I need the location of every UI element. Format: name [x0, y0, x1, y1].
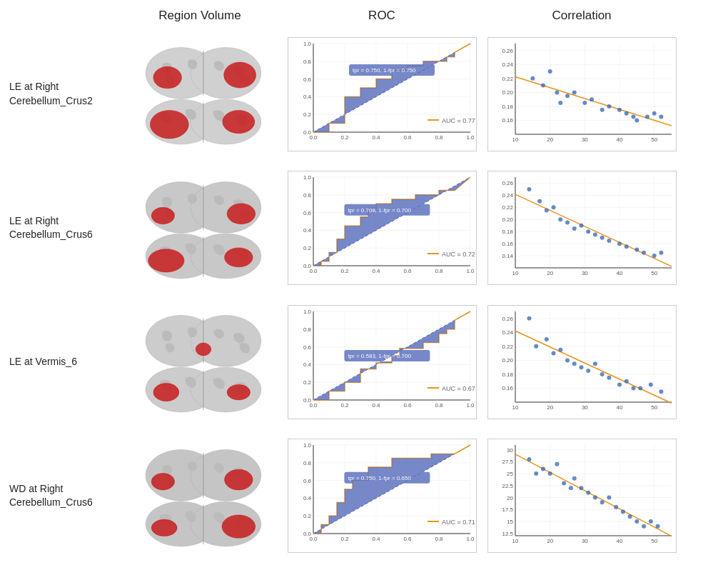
roc-canvas-3 — [288, 439, 477, 554]
svg-point-17 — [191, 316, 261, 367]
data-row-0: LE at RightCerebellum_Crus2 — [4, 27, 724, 161]
brain-cell-0 — [118, 29, 282, 160]
label-cell-0: LE at RightCerebellum_Crus2 — [4, 77, 118, 111]
roc-chart-1 — [288, 171, 477, 285]
row-label-2: LE at Vermis_6 — [9, 355, 77, 369]
scatter-chart-cell-1 — [482, 163, 682, 294]
brain-svg-2 — [121, 306, 278, 417]
svg-point-2 — [224, 62, 256, 88]
brain-svg-1 — [121, 173, 278, 284]
svg-point-10 — [227, 204, 256, 224]
svg-point-3 — [153, 67, 182, 89]
scatter-canvas-3 — [488, 439, 677, 554]
scatter-chart-cell-3 — [482, 431, 682, 562]
roc-canvas-2 — [288, 306, 477, 420]
svg-point-30 — [151, 519, 177, 536]
brain-cell-2 — [118, 296, 282, 428]
scatter-chart-cell-2 — [482, 296, 682, 428]
roc-canvas-1 — [288, 171, 477, 286]
label-cell-3: WD at RightCerebellum_Crus6 — [4, 479, 118, 513]
svg-point-7 — [223, 111, 255, 134]
row-label-3: WD at RightCerebellum_Crus6 — [9, 482, 93, 510]
svg-point-22 — [227, 385, 250, 401]
scatter-chart-1 — [487, 171, 677, 285]
svg-point-15 — [225, 248, 253, 267]
roc-chart-cell-0 — [282, 29, 482, 160]
header-col3: ROC — [282, 7, 482, 24]
label-cell-1: LE at RightCerebellum_Crus6 — [4, 211, 118, 245]
header-col2: Region Volume — [118, 7, 282, 24]
scatter-canvas-1 — [488, 171, 677, 286]
svg-point-21 — [153, 384, 179, 401]
svg-point-29 — [222, 515, 256, 538]
row-label-1: LE at RightCerebellum_Crus6 — [9, 214, 93, 242]
roc-chart-cell-3 — [282, 431, 482, 562]
roc-chart-3 — [288, 439, 477, 553]
svg-point-6 — [150, 111, 188, 139]
roc-chart-cell-2 — [282, 296, 482, 428]
scatter-canvas-2 — [488, 306, 677, 420]
roc-chart-0 — [288, 37, 477, 151]
svg-point-14 — [148, 249, 184, 271]
brain-svg-3 — [121, 441, 278, 551]
label-cell-2: LE at Vermis_6 — [4, 352, 118, 372]
header-col4: Correlation — [482, 7, 682, 24]
brain-cell-3 — [118, 431, 282, 562]
roc-chart-cell-1 — [282, 163, 482, 294]
scatter-chart-0 — [487, 37, 677, 151]
svg-point-25 — [225, 469, 253, 490]
data-row-1: LE at RightCerebellum_Crus6 — [4, 161, 724, 296]
svg-point-11 — [151, 207, 174, 224]
data-rows: LE at RightCerebellum_Crus2 — [4, 27, 724, 563]
scatter-chart-2 — [487, 305, 677, 419]
roc-canvas-0 — [288, 38, 477, 152]
svg-point-26 — [151, 473, 174, 489]
row-label-0: LE at RightCerebellum_Crus2 — [9, 80, 93, 108]
svg-point-18 — [196, 343, 211, 356]
scatter-canvas-0 — [488, 38, 677, 152]
brain-svg-0 — [121, 39, 278, 149]
brain-cell-1 — [118, 163, 282, 294]
header-col1 — [4, 7, 118, 24]
main-container: Region Volume ROC Correlation LE at Righ… — [0, 0, 728, 570]
svg-point-20 — [191, 367, 261, 412]
header-row: Region Volume ROC Correlation — [4, 7, 724, 24]
scatter-chart-3 — [487, 439, 677, 553]
data-row-3: WD at RightCerebellum_Crus6 — [4, 429, 724, 564]
roc-chart-2 — [288, 305, 477, 419]
scatter-chart-cell-0 — [482, 29, 682, 160]
data-row-2: LE at Vermis_6 — [4, 295, 724, 429]
